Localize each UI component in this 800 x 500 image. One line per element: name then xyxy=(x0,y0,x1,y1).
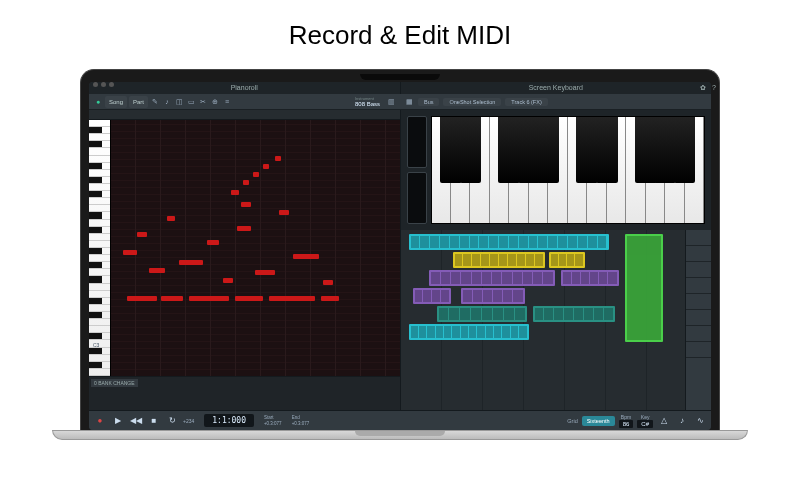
glue-icon[interactable]: ⊕ xyxy=(210,97,220,107)
clip[interactable] xyxy=(409,234,609,250)
song-button[interactable]: Song xyxy=(105,96,127,108)
track-header[interactable] xyxy=(686,246,711,262)
black-key[interactable] xyxy=(654,117,676,183)
midi-note[interactable] xyxy=(279,210,289,215)
clip[interactable] xyxy=(625,234,663,342)
quantize-icon[interactable]: ≡ xyxy=(222,97,232,107)
piano-icon[interactable]: ▦ xyxy=(404,97,414,107)
loop-button[interactable]: ↻ xyxy=(165,414,179,428)
locator-end[interactable]: End+0.3:077 xyxy=(292,415,310,427)
cut-icon[interactable]: ✂ xyxy=(198,97,208,107)
track-selector[interactable]: Track 6 (FX) xyxy=(505,98,547,106)
midi-note[interactable] xyxy=(123,250,137,255)
bpm-field[interactable]: Bpm86 xyxy=(619,414,634,428)
pianoroll-panel: C3 0 BANK CHANGE xyxy=(89,110,401,410)
part-button[interactable]: Part xyxy=(129,96,148,108)
clip[interactable] xyxy=(461,288,525,304)
midi-note[interactable] xyxy=(263,164,269,169)
panel-title-left: Pianoroll xyxy=(89,82,401,94)
black-key[interactable] xyxy=(596,117,618,183)
key-field[interactable]: KeyC# xyxy=(637,414,653,428)
midi-note[interactable] xyxy=(243,180,249,185)
signature-button[interactable]: ♪ xyxy=(675,414,689,428)
instrument-menu-icon[interactable]: ▥ xyxy=(386,97,396,107)
track-header[interactable] xyxy=(686,294,711,310)
midi-note[interactable] xyxy=(253,172,259,177)
midi-note[interactable] xyxy=(255,270,275,275)
rewind-button[interactable]: ◀◀ xyxy=(129,414,143,428)
play-button[interactable]: ▶ xyxy=(111,414,125,428)
locator-start[interactable]: Start+0.3:077 xyxy=(264,415,282,427)
midi-note[interactable] xyxy=(275,156,281,161)
midi-note[interactable] xyxy=(179,260,203,265)
cc-lane[interactable]: 0 BANK CHANGE xyxy=(89,376,400,410)
key-c3-label: C3 xyxy=(93,342,99,348)
track-header[interactable] xyxy=(686,262,711,278)
track-header[interactable] xyxy=(686,326,711,342)
midi-note[interactable] xyxy=(235,296,263,301)
midi-note[interactable] xyxy=(149,268,165,273)
position-counter[interactable]: 1:1:000 xyxy=(204,414,254,427)
track-header[interactable] xyxy=(686,310,711,326)
clip[interactable] xyxy=(549,252,585,268)
pencil-icon[interactable]: ✎ xyxy=(150,97,160,107)
midi-note[interactable] xyxy=(127,296,157,301)
midi-note[interactable] xyxy=(269,296,315,301)
midi-note[interactable] xyxy=(321,296,339,301)
pitch-wheel[interactable] xyxy=(407,116,427,168)
note-icon[interactable]: ♪ xyxy=(162,97,172,107)
clip[interactable] xyxy=(533,306,615,322)
midi-note[interactable] xyxy=(237,226,251,231)
black-key[interactable] xyxy=(460,117,482,183)
clip[interactable] xyxy=(409,324,529,340)
black-key[interactable] xyxy=(576,117,598,183)
clip[interactable] xyxy=(429,270,555,286)
toolbar: ● Song Part ✎ ♪ ◫ ▭ ✂ ⊕ ≡ Instrument 808… xyxy=(89,94,711,110)
settings-icon[interactable]: ✿ xyxy=(700,82,706,94)
note-grid[interactable]: C3 xyxy=(111,120,400,376)
midi-note[interactable] xyxy=(207,240,219,245)
track-header[interactable] xyxy=(686,230,711,246)
black-key[interactable] xyxy=(498,117,520,183)
clip-arrangement[interactable] xyxy=(401,230,712,410)
window-titlebar: Pianoroll Screen Keyboard ✿ ? xyxy=(89,82,711,94)
oneshot-button[interactable]: OneShot Selection xyxy=(443,98,501,106)
snap-selector[interactable]: Sixteenth xyxy=(582,416,615,426)
midi-note[interactable] xyxy=(167,216,175,221)
piano-key-column[interactable] xyxy=(89,120,111,376)
cc-lane-label[interactable]: 0 BANK CHANGE xyxy=(91,379,138,387)
clip[interactable] xyxy=(437,306,527,322)
tempo-half-icon[interactable]: ∿ xyxy=(693,414,707,428)
notch xyxy=(360,74,440,80)
midi-note[interactable] xyxy=(189,296,229,301)
midi-note[interactable] xyxy=(323,280,333,285)
stop-button[interactable]: ■ xyxy=(147,414,161,428)
midi-note[interactable] xyxy=(293,254,319,259)
clip[interactable] xyxy=(413,288,451,304)
black-key[interactable] xyxy=(674,117,696,183)
record-dot-icon[interactable]: ● xyxy=(93,97,103,107)
midi-note[interactable] xyxy=(223,278,233,283)
clip[interactable] xyxy=(561,270,619,286)
mod-wheel-2[interactable] xyxy=(407,172,427,224)
midi-note[interactable] xyxy=(161,296,183,301)
eraser-icon[interactable]: ◫ xyxy=(174,97,184,107)
record-button[interactable]: ● xyxy=(93,414,107,428)
clip[interactable] xyxy=(453,252,545,268)
midi-note[interactable] xyxy=(231,190,239,195)
screen-keyboard[interactable]: C5 xyxy=(431,116,706,224)
timeline-ruler[interactable] xyxy=(89,110,400,120)
metronome-button[interactable]: △ xyxy=(657,414,671,428)
midi-note[interactable] xyxy=(137,232,147,237)
bus-button[interactable]: Bus xyxy=(418,98,439,106)
black-key[interactable] xyxy=(537,117,559,183)
track-header[interactable] xyxy=(686,278,711,294)
grid-label: Grid xyxy=(567,418,577,424)
midi-note[interactable] xyxy=(241,202,251,207)
instrument-selector[interactable]: Instrument 808 Bass xyxy=(351,96,384,107)
select-icon[interactable]: ▭ xyxy=(186,97,196,107)
black-key[interactable] xyxy=(440,117,462,183)
track-header[interactable] xyxy=(686,342,711,358)
track-headers xyxy=(685,230,711,410)
page-title: Record & Edit MIDI xyxy=(0,0,800,69)
